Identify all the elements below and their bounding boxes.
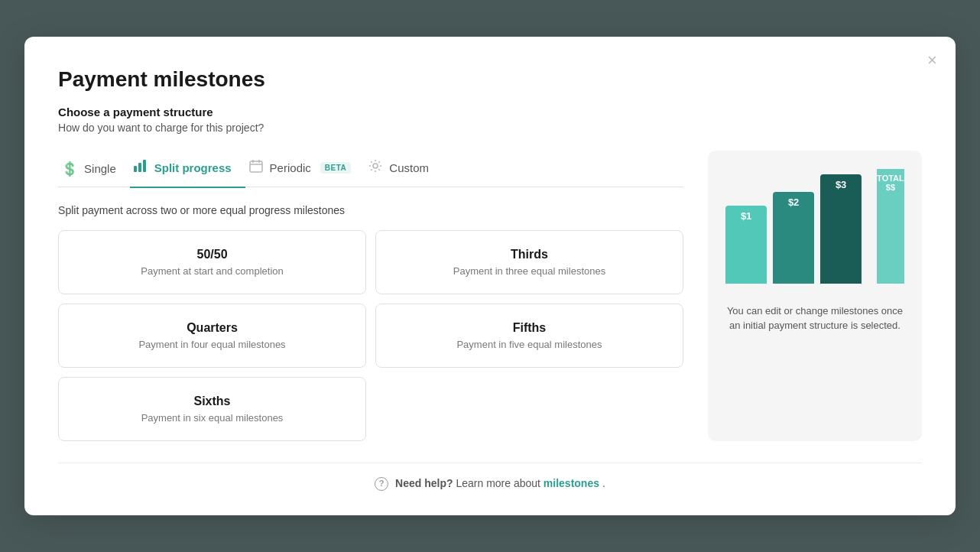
after-link-text: .: [602, 477, 605, 489]
chart-bar-3: $3: [820, 174, 862, 284]
help-icon: ?: [375, 477, 388, 491]
tab-periodic[interactable]: Periodic BETA: [245, 151, 365, 188]
chart-bar-3-label: $3: [836, 179, 846, 190]
help-text: Need help?: [395, 477, 453, 489]
modal-overlay: × Payment milestones Choose a payment st…: [0, 0, 980, 552]
option-fifths[interactable]: Fifths Payment in five equal milestones: [375, 304, 683, 368]
chart-area: $1 $2 $3 TOTAL $$: [720, 169, 910, 284]
periodic-icon: [248, 158, 264, 177]
svg-rect-2: [143, 160, 146, 172]
tab-split-label: Split progress: [154, 161, 232, 174]
option-fifty-fifty-title: 50/50: [71, 248, 353, 261]
pre-link-text: Learn more about: [456, 477, 543, 489]
single-icon: 💲: [61, 161, 78, 177]
option-sixths-title: Sixths: [71, 395, 353, 408]
option-thirds-title: Thirds: [388, 248, 670, 261]
tab-single[interactable]: 💲 Single: [58, 153, 130, 188]
option-quarters-title: Quarters: [71, 321, 353, 335]
beta-badge: BETA: [320, 162, 351, 174]
section-label: Choose a payment structure: [58, 106, 922, 119]
chart-note: You can edit or change milestones oncean…: [727, 304, 903, 333]
split-icon: [133, 158, 148, 177]
option-quarters[interactable]: Quarters Payment in four equal milestone…: [58, 304, 366, 368]
option-fifths-title: Fifths: [388, 321, 670, 335]
option-thirds-desc: Payment in three equal milestones: [388, 265, 670, 277]
modal: × Payment milestones Choose a payment st…: [24, 37, 956, 516]
content-area: 💲 Single Split progress: [58, 151, 922, 442]
option-quarters-desc: Payment in four equal milestones: [71, 339, 353, 350]
modal-footer: ? Need help? Learn more about milestones…: [58, 463, 922, 491]
chart-bar-total: TOTAL $$: [877, 169, 904, 284]
chart-bar-group: $1 $2 $3: [725, 169, 862, 284]
option-sixths-desc: Payment in six equal milestones: [71, 412, 353, 424]
tabs-bar: 💲 Single Split progress: [58, 151, 683, 188]
option-fifty-fifty[interactable]: 50/50 Payment at start and completion: [58, 230, 366, 294]
chart-total-label: TOTAL $$: [877, 174, 904, 192]
split-description: Split payment across two or more equal p…: [58, 204, 683, 216]
option-fifty-fifty-desc: Payment at start and completion: [71, 265, 353, 277]
milestones-link[interactable]: milestones: [544, 477, 599, 489]
option-fifths-desc: Payment in five equal milestones: [388, 339, 670, 350]
close-button[interactable]: ×: [927, 52, 937, 69]
tab-periodic-label: Periodic: [270, 161, 311, 174]
left-panel: 💲 Single Split progress: [58, 151, 683, 442]
svg-point-7: [373, 164, 378, 168]
tab-custom[interactable]: Custom: [365, 151, 443, 188]
chart-bar-2: $2: [773, 192, 814, 284]
custom-icon: [368, 158, 383, 177]
options-grid: 50/50 Payment at start and completion Th…: [58, 230, 683, 441]
tab-split[interactable]: Split progress: [130, 151, 245, 188]
chart-bar-1-label: $1: [741, 210, 751, 222]
svg-rect-0: [134, 166, 137, 172]
tab-single-label: Single: [84, 162, 116, 175]
svg-rect-3: [250, 161, 262, 172]
section-sublabel: How do you want to charge for this proje…: [58, 122, 922, 134]
chart-bar-1: $1: [725, 206, 767, 284]
tab-custom-label: Custom: [389, 161, 429, 174]
chart-bar-2-label: $2: [788, 196, 799, 208]
svg-rect-1: [138, 163, 141, 172]
option-sixths[interactable]: Sixths Payment in six equal milestones: [58, 377, 366, 441]
modal-title: Payment milestones: [58, 67, 922, 92]
right-panel: $1 $2 $3 TOTAL $$: [708, 151, 922, 442]
option-thirds[interactable]: Thirds Payment in three equal milestones: [375, 230, 683, 294]
